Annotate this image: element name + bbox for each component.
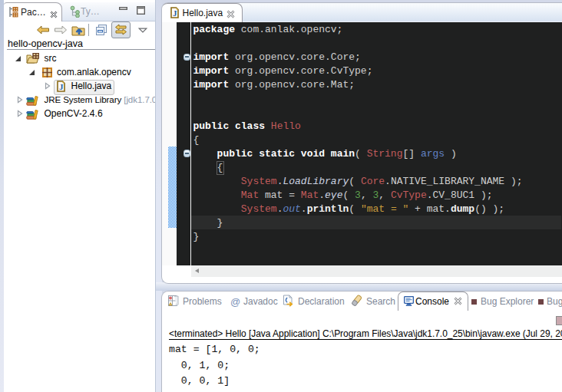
svg-text:J: J	[59, 81, 64, 91]
svg-text:J: J	[173, 8, 177, 18]
